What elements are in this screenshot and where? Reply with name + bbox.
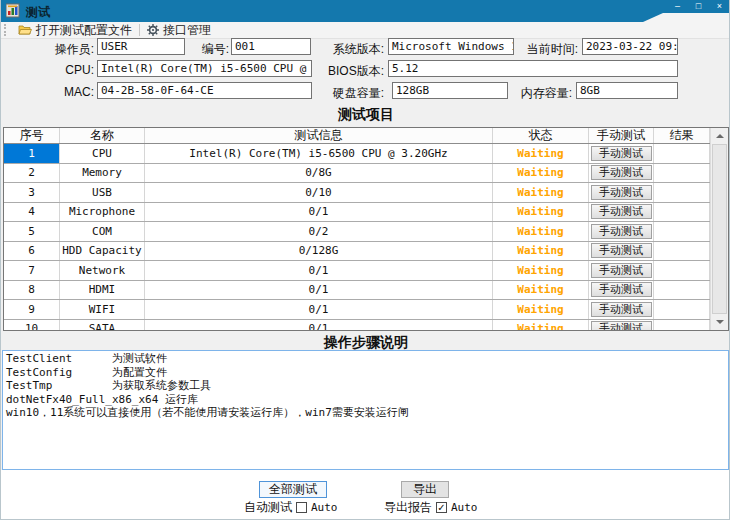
- cell-name[interactable]: Microphone: [60, 203, 145, 222]
- cell-manual-test: 手动测试: [589, 183, 654, 202]
- cell-info[interactable]: 0/1: [145, 320, 493, 331]
- cell-status[interactable]: Waiting: [493, 320, 589, 331]
- cell-status[interactable]: Waiting: [493, 300, 589, 319]
- manual-test-button[interactable]: 手动测试: [591, 243, 652, 258]
- cell-status[interactable]: Waiting: [493, 242, 589, 261]
- ram-capacity-label: 内存容量:: [512, 85, 572, 102]
- cell-info[interactable]: Intel(R) Core(TM) i5-6500 CPU @ 3.20GHz: [145, 144, 493, 163]
- cell-status[interactable]: Waiting: [493, 222, 589, 241]
- interface-mgmt-label: 接口管理: [163, 22, 211, 39]
- cell-name[interactable]: Memory: [60, 164, 145, 183]
- cell-info[interactable]: 0/10: [145, 183, 493, 202]
- manual-test-button[interactable]: 手动测试: [591, 263, 652, 278]
- interface-mgmt-button[interactable]: 接口管理: [142, 22, 216, 38]
- cell-no[interactable]: 8: [4, 281, 60, 300]
- close-icon[interactable]: ×: [713, 1, 726, 12]
- cell-result[interactable]: [654, 261, 710, 280]
- manual-test-button[interactable]: 手动测试: [591, 204, 652, 219]
- cell-no[interactable]: 1: [4, 144, 60, 163]
- os-version-label: 系统版本:: [324, 41, 384, 58]
- manual-test-button[interactable]: 手动测试: [591, 282, 652, 297]
- cpu-field[interactable]: Intel(R) Core(TM) i5-6500 CPU @ 3.20GHz: [97, 60, 312, 77]
- cell-result[interactable]: [654, 144, 710, 163]
- table-title: 测试项目: [1, 106, 730, 124]
- scroll-up-icon[interactable]: [711, 128, 728, 144]
- cell-name[interactable]: Network: [60, 261, 145, 280]
- cell-status[interactable]: Waiting: [493, 164, 589, 183]
- cell-result[interactable]: [654, 242, 710, 261]
- ram-capacity-field[interactable]: 8GB: [576, 82, 678, 99]
- cell-no[interactable]: 7: [4, 261, 60, 280]
- steps-textbox[interactable]: TestClient 为测试软件 TestConfig 为配置文件 TestTm…: [2, 350, 729, 470]
- cell-status[interactable]: Waiting: [493, 261, 589, 280]
- app-icon: [6, 3, 21, 18]
- scroll-down-icon[interactable]: [711, 314, 728, 330]
- column-header: 序号: [4, 128, 60, 143]
- manual-test-button[interactable]: 手动测试: [591, 302, 652, 317]
- cell-status[interactable]: Waiting: [493, 203, 589, 222]
- cell-info[interactable]: 0/128G: [145, 242, 493, 261]
- cell-no[interactable]: 3: [4, 183, 60, 202]
- manual-test-button[interactable]: 手动测试: [591, 185, 652, 200]
- cell-result[interactable]: [654, 320, 710, 331]
- minimize-icon[interactable]: –: [671, 1, 684, 12]
- cell-name[interactable]: HDMI: [60, 281, 145, 300]
- table-scrollbar[interactable]: [710, 128, 728, 330]
- cell-info[interactable]: 0/1: [145, 281, 493, 300]
- table-row: 9WIFI0/1Waiting手动测试: [4, 300, 710, 320]
- manual-test-button[interactable]: 手动测试: [591, 165, 652, 180]
- cell-name[interactable]: USB: [60, 183, 145, 202]
- manual-test-button[interactable]: 手动测试: [591, 146, 652, 161]
- os-version-field[interactable]: Microsoft Windows 10 专: [388, 38, 514, 55]
- cell-info[interactable]: 0/1: [145, 203, 493, 222]
- cell-info[interactable]: 0/1: [145, 300, 493, 319]
- bios-version-field[interactable]: 5.12: [388, 60, 678, 77]
- cpu-label: CPU:: [21, 63, 94, 77]
- cell-name[interactable]: SATA: [60, 320, 145, 331]
- manual-test-button[interactable]: 手动测试: [591, 224, 652, 239]
- scrollbar-thumb[interactable]: [712, 144, 727, 314]
- cell-no[interactable]: 2: [4, 164, 60, 183]
- cell-status[interactable]: Waiting: [493, 144, 589, 163]
- cell-info[interactable]: 0/8G: [145, 164, 493, 183]
- cell-result[interactable]: [654, 281, 710, 300]
- current-time-field[interactable]: 2023-03-22 09:20:26: [582, 38, 678, 55]
- export-report-checkbox-label: Auto: [451, 501, 478, 514]
- table-grid: 序号名称测试信息状态手动测试结果 1CPUIntel(R) Core(TM) i…: [4, 128, 710, 330]
- auto-test-checkbox[interactable]: [296, 502, 307, 513]
- cell-name[interactable]: HDD Capacity: [60, 242, 145, 261]
- cell-no[interactable]: 5: [4, 222, 60, 241]
- cell-no[interactable]: 4: [4, 203, 60, 222]
- table-header: 序号名称测试信息状态手动测试结果: [4, 128, 710, 144]
- manual-test-button[interactable]: 手动测试: [591, 321, 652, 330]
- app-window: 测试 – □ × 打开测试配置文件: [0, 0, 730, 520]
- test-all-button[interactable]: 全部测试: [259, 481, 327, 498]
- cell-status[interactable]: Waiting: [493, 281, 589, 300]
- cell-info[interactable]: 0/2: [145, 222, 493, 241]
- cell-info[interactable]: 0/1: [145, 261, 493, 280]
- hdd-capacity-field[interactable]: 128GB: [392, 82, 508, 99]
- titlebar: 测试 – □ ×: [1, 0, 730, 22]
- cell-status[interactable]: Waiting: [493, 183, 589, 202]
- export-button[interactable]: 导出: [401, 481, 449, 498]
- cell-no[interactable]: 10: [4, 320, 60, 331]
- table-row: 7Network0/1Waiting手动测试: [4, 261, 710, 281]
- number-field[interactable]: 001: [231, 38, 311, 55]
- cell-name[interactable]: WIFI: [60, 300, 145, 319]
- cell-result[interactable]: [654, 183, 710, 202]
- cell-no[interactable]: 9: [4, 300, 60, 319]
- mac-field[interactable]: 04-2B-58-0F-64-CE: [97, 82, 312, 99]
- export-report-checkbox[interactable]: [436, 502, 447, 513]
- maximize-icon[interactable]: □: [692, 1, 705, 12]
- cell-result[interactable]: [654, 300, 710, 319]
- cell-manual-test: 手动测试: [589, 320, 654, 331]
- cell-result[interactable]: [654, 222, 710, 241]
- operator-field[interactable]: USER: [97, 38, 185, 55]
- cell-result[interactable]: [654, 164, 710, 183]
- cell-name[interactable]: CPU: [60, 144, 145, 163]
- current-time-label: 当前时间:: [518, 41, 578, 58]
- cell-no[interactable]: 6: [4, 242, 60, 261]
- open-config-button[interactable]: 打开测试配置文件: [13, 22, 137, 38]
- cell-result[interactable]: [654, 203, 710, 222]
- cell-name[interactable]: COM: [60, 222, 145, 241]
